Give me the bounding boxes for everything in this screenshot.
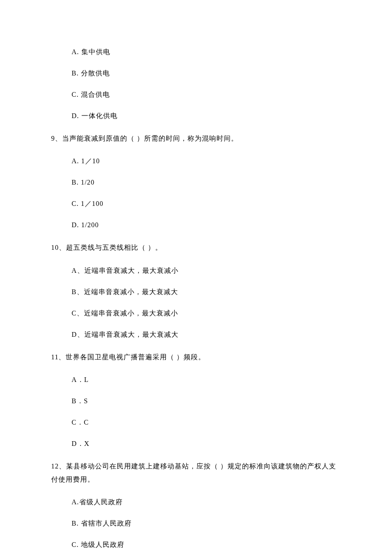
q12-option-a: A.省级人民政府 <box>72 497 341 507</box>
q8-option-b: B. 分散供电 <box>72 68 341 78</box>
q10-option-c: C、近端串音衰减小，最大衰减小 <box>72 308 341 318</box>
q9-option-b: B. 1/20 <box>72 177 341 188</box>
q11-option-c: C．C <box>72 417 341 428</box>
q8-option-a: A. 集中供电 <box>72 47 341 57</box>
q9-stem: 9、当声能衰减到原值的（ ）所需的时间，称为混响时间。 <box>51 132 341 145</box>
q12-option-c: C. 地级人民政府 <box>72 540 341 550</box>
q11-stem: 11、世界各国卫星电视广播普遍采用（ ）频段。 <box>51 351 341 364</box>
q11-option-a: A．L <box>72 375 341 385</box>
page-content: A. 集中供电 B. 分散供电 C. 混合供电 D. 一体化供电 9、当声能衰减… <box>0 0 392 555</box>
q9-option-a: A. 1／10 <box>72 156 341 166</box>
q10-option-d: D、近端串音衰减大，最大衰减大 <box>72 330 341 340</box>
q9-option-c: C. 1／100 <box>72 199 341 209</box>
q10-option-a: A、近端串音衰减大，最大衰减小 <box>72 266 341 276</box>
q8-option-d: D. 一体化供电 <box>72 111 341 121</box>
q10-stem: 10、超五类线与五类线相比（ ）。 <box>51 241 341 254</box>
q8-option-c: C. 混合供电 <box>72 90 341 100</box>
q12-option-b: B. 省辖市人民政府 <box>72 518 341 529</box>
q11-option-b: B．S <box>72 396 341 406</box>
q10-option-b: B、近端串音衰减小，最大衰减大 <box>72 287 341 297</box>
q11-option-d: D．X <box>72 439 341 449</box>
q9-option-d: D. 1/200 <box>72 220 341 230</box>
q12-stem: 12、某县移动公司在民用建筑上建移动基站，应按（ ）规定的标准向该建筑物的产权人… <box>51 460 341 486</box>
